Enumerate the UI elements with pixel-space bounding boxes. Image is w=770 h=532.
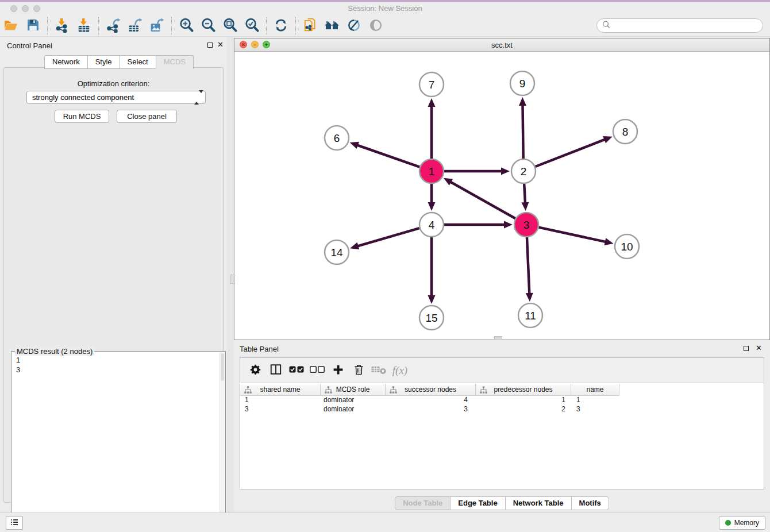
refresh-button[interactable] — [270, 17, 292, 35]
graph-node-11[interactable]: 11 — [518, 303, 542, 327]
graph-node-7[interactable]: 7 — [419, 72, 444, 97]
table-cell[interactable]: dominator — [321, 396, 386, 405]
zoom-selected-button[interactable] — [241, 17, 263, 35]
open-file-button[interactable] — [0, 17, 22, 35]
graph-edge-2-8[interactable] — [535, 139, 605, 167]
graph-edge-arrowhead — [603, 136, 612, 143]
table-rows: 1dominator4113dominator323 — [240, 396, 764, 414]
table-cell[interactable]: 3 — [386, 405, 476, 414]
graph-edge-1-6[interactable] — [357, 145, 419, 167]
hide-graphics-button[interactable] — [343, 17, 365, 35]
close-table-panel-icon[interactable]: ✕ — [756, 345, 762, 351]
graph-node-15[interactable]: 15 — [419, 306, 444, 330]
deselect-all-columns-button[interactable] — [307, 361, 328, 380]
graph-node-1[interactable]: 1 — [419, 159, 444, 183]
graph-edge-arrowhead — [605, 238, 614, 245]
column-header-mcds-role[interactable]: MCDS role — [321, 384, 386, 396]
tab-network-table[interactable]: Network Table — [505, 496, 571, 510]
graph-edge-4-14[interactable] — [357, 228, 419, 246]
zoom-selected-icon — [244, 17, 260, 34]
delete-table-button[interactable] — [369, 361, 390, 380]
horizontal-scroll-nub[interactable] — [494, 336, 502, 340]
save-session-button[interactable] — [22, 17, 44, 35]
export-network-button[interactable] — [102, 17, 124, 35]
table-cell[interactable]: 4 — [386, 396, 476, 405]
export-table-button[interactable] — [124, 17, 146, 35]
column-header-name[interactable]: name — [571, 384, 619, 396]
run-mcds-button[interactable]: Run MCDS — [55, 110, 109, 123]
graph-edge-3-10[interactable] — [538, 228, 606, 242]
graph-edge-2-9[interactable] — [522, 105, 523, 159]
graph-node-2[interactable]: 2 — [511, 159, 536, 183]
mcds-result-legend: MCDS result (2 nodes) — [15, 347, 94, 356]
memory-button[interactable]: Memory — [719, 516, 765, 530]
float-panel-icon[interactable] — [207, 43, 213, 48]
tab-node-table[interactable]: Node Table — [395, 496, 450, 510]
tab-edge-table[interactable]: Edge Table — [450, 496, 505, 510]
import-table-button[interactable] — [73, 17, 95, 35]
criterion-value: strongly connected component — [32, 93, 134, 102]
table-row[interactable]: 3dominator323 — [240, 405, 764, 414]
criterion-select[interactable]: strongly connected component — [26, 91, 206, 104]
column-header-shared-name[interactable]: shared name — [240, 384, 321, 396]
graph-edge-arrowhead — [526, 293, 533, 302]
search-icon — [602, 20, 611, 32]
close-panel-button[interactable]: Close panel — [117, 110, 177, 123]
tab-style[interactable]: Style — [87, 55, 120, 69]
graph-node-8[interactable]: 8 — [613, 119, 637, 144]
table-settings-button[interactable] — [245, 361, 265, 380]
graph-node-3[interactable]: 3 — [514, 213, 538, 237]
show-graphics-button[interactable] — [365, 17, 387, 35]
vertical-scroll-nub[interactable] — [230, 275, 235, 284]
zoom-out-button[interactable] — [197, 17, 219, 35]
tab-select[interactable]: Select — [120, 55, 156, 69]
column-header-predecessor-nodes[interactable]: predecessor nodes — [476, 384, 571, 396]
column-layout-button[interactable] — [265, 361, 286, 380]
graph-node-14[interactable]: 14 — [325, 240, 349, 264]
table-cell[interactable]: 1 — [476, 396, 571, 405]
network-window-titlebar[interactable]: ✕ − + scc.txt — [234, 38, 769, 52]
svg-text:6: 6 — [334, 132, 340, 144]
close-panel-icon[interactable]: ✕ — [217, 42, 224, 48]
table-cell[interactable]: 2 — [476, 405, 571, 414]
search-input[interactable] — [611, 20, 763, 32]
float-table-panel-icon[interactable] — [744, 346, 749, 351]
table-row[interactable]: 1dominator411 — [240, 396, 764, 405]
select-all-columns-button[interactable] — [286, 361, 307, 380]
graph-edge-3-1[interactable] — [450, 182, 515, 218]
table-cell[interactable]: 3 — [240, 405, 321, 414]
result-scrollbar[interactable] — [220, 352, 225, 532]
function-builder-button[interactable]: f(x) — [390, 361, 410, 380]
tab-mcds[interactable]: MCDS — [156, 55, 194, 69]
export-image-button[interactable] — [146, 17, 168, 35]
graph-edge-arrowhead — [350, 242, 359, 249]
svg-text:4: 4 — [429, 219, 435, 231]
graph-node-10[interactable]: 10 — [615, 234, 639, 259]
graph-edge-3-11[interactable] — [527, 237, 529, 294]
gear-icon — [249, 364, 261, 377]
task-history-button[interactable] — [6, 516, 23, 530]
tab-motifs[interactable]: Motifs — [571, 496, 609, 510]
search-box[interactable] — [596, 18, 763, 33]
graph-node-9[interactable]: 9 — [510, 71, 534, 95]
graph-node-6[interactable]: 6 — [325, 126, 349, 150]
mcds-result-values: 1 3 — [16, 355, 20, 375]
network-canvas[interactable]: 7968124314101511 — [234, 52, 769, 340]
network-file-button[interactable] — [299, 17, 321, 35]
table-cell[interactable]: 1 — [571, 396, 619, 405]
home-button[interactable] — [321, 17, 343, 35]
import-network-button[interactable] — [51, 17, 73, 35]
zoom-in-button[interactable] — [175, 17, 197, 35]
column-header-successor-nodes[interactable]: successor nodes — [386, 384, 476, 396]
table-cell[interactable]: dominator — [321, 405, 386, 414]
export-network-icon — [106, 18, 121, 34]
zoom-fit-button[interactable] — [219, 17, 241, 35]
delete-column-button[interactable] — [348, 361, 369, 380]
graph-node-4[interactable]: 4 — [419, 213, 444, 237]
table-header-row: shared name MCDS role successor nodes pr… — [240, 384, 764, 396]
add-column-button[interactable] — [328, 361, 348, 380]
table-cell[interactable]: 3 — [571, 405, 619, 414]
tab-network[interactable]: Network — [44, 55, 87, 69]
graph-edge-2-3[interactable] — [524, 184, 525, 203]
table-cell[interactable]: 1 — [240, 396, 321, 405]
